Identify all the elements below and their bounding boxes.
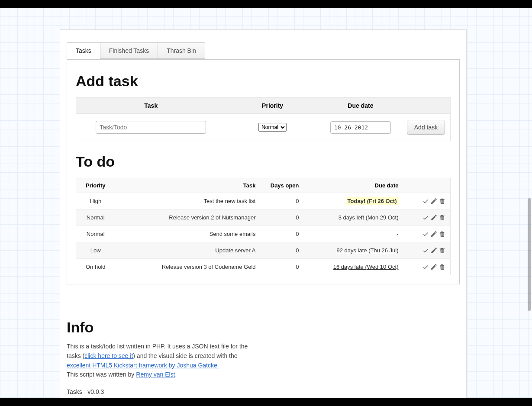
tab-bar: Tasks Finished Tasks Thrash Bin: [67, 42, 466, 59]
due-date-cell: -: [303, 226, 403, 242]
todo-heading: To do: [76, 153, 451, 170]
priority-cell: Low: [76, 242, 115, 259]
actions-cell: [403, 226, 451, 242]
trash-icon[interactable]: [438, 230, 446, 238]
task-cell: Release version 2 of Nutsmanager: [115, 209, 260, 226]
main-sheet: Tasks Finished Tasks Thrash Bin Add task…: [60, 29, 467, 398]
task-cell: Test the new task list: [115, 193, 260, 209]
col-header-days: Days open: [260, 178, 303, 193]
add-task-heading: Add task: [76, 73, 451, 90]
scrollbar-thumb[interactable]: [528, 198, 531, 311]
due-date-text: 92 days late (Thu 26 Jul): [336, 247, 398, 254]
due-date-cell: 92 days late (Thu 26 Jul): [303, 242, 403, 259]
add-task-button[interactable]: Add task: [407, 120, 445, 135]
info-text: This script was written by: [67, 371, 136, 378]
check-icon[interactable]: [422, 263, 429, 271]
check-icon[interactable]: [422, 197, 429, 205]
table-row: NormalRelease version 2 of Nutsmanager03…: [76, 209, 451, 226]
pencil-icon[interactable]: [430, 230, 438, 238]
due-date-cell: 3 days left (Mon 29 Oct): [303, 209, 403, 226]
task-cell: Release version 3 of Codename Geld: [115, 259, 260, 275]
table-row: NormalSend some emails0-: [76, 226, 451, 242]
trash-icon[interactable]: [438, 263, 446, 271]
due-date-cell: 16 days late (Wed 10 Oct): [303, 259, 403, 275]
check-icon[interactable]: [422, 214, 429, 221]
tab-thrash-bin[interactable]: Thrash Bin: [158, 42, 205, 59]
due-date-text: Today! (Fri 26 Oct): [346, 197, 399, 205]
days-open-cell: 0: [260, 242, 303, 259]
col-header-action: [402, 98, 450, 114]
version-text: Tasks - v0.0.3: [67, 387, 257, 397]
col-header-task: Task: [76, 98, 226, 114]
info-heading: Info: [67, 319, 460, 336]
pencil-icon[interactable]: [430, 263, 438, 271]
check-icon[interactable]: [422, 230, 429, 238]
col-header-due: Due date: [303, 178, 403, 193]
task-input[interactable]: [96, 121, 206, 134]
pencil-icon[interactable]: [430, 197, 438, 205]
table-row: On holdRelease version 3 of Codename Gel…: [76, 259, 451, 275]
pencil-icon[interactable]: [430, 214, 438, 221]
check-icon[interactable]: [422, 247, 429, 254]
actions-cell: [403, 242, 451, 259]
author-link[interactable]: Remy van Elst: [136, 371, 175, 378]
letterbox-bottom: [0, 398, 532, 406]
due-date-cell: Today! (Fri 26 Oct): [303, 193, 403, 209]
letterbox-top: [0, 0, 532, 8]
task-cell: Send some emails: [115, 226, 260, 242]
due-date-text: -: [397, 231, 398, 237]
task-cell: Update server A: [115, 242, 260, 259]
page-background: Tasks Finished Tasks Thrash Bin Add task…: [0, 8, 532, 398]
due-date-input[interactable]: [330, 121, 391, 134]
table-row: LowUpdate server A092 days late (Thu 26 …: [76, 242, 451, 259]
due-date-text: 3 days left (Mon 29 Oct): [339, 214, 399, 221]
pencil-icon[interactable]: [430, 247, 438, 254]
kickstart-link[interactable]: excellent HTML5 Kickstart framework by J…: [67, 362, 219, 369]
tasks-panel: Add task Task Priority Due date: [67, 59, 460, 284]
priority-cell: Normal: [76, 209, 115, 226]
info-text: .: [175, 371, 177, 378]
trash-icon[interactable]: [438, 214, 446, 221]
col-header-priority: Priority: [76, 178, 115, 193]
actions-cell: [403, 209, 451, 226]
info-text: ) and the visual side is created with th…: [133, 352, 237, 359]
col-header-task: Task: [115, 178, 260, 193]
add-task-form: Task Priority Due date Normal: [76, 97, 451, 141]
todo-table: Priority Task Days open Due date HighTes…: [76, 178, 451, 275]
tab-tasks[interactable]: Tasks: [67, 42, 100, 59]
col-header-actions: [403, 178, 451, 193]
days-open-cell: 0: [260, 209, 303, 226]
info-paragraph-1: This is a task/todo list written in PHP.…: [67, 342, 257, 370]
days-open-cell: 0: [260, 226, 303, 242]
col-header-due: Due date: [319, 98, 402, 114]
actions-cell: [403, 259, 451, 275]
info-section: Info This is a task/todo list written in…: [67, 319, 460, 396]
days-open-cell: 0: [260, 193, 303, 209]
priority-select[interactable]: Normal: [258, 123, 287, 132]
priority-cell: Normal: [76, 226, 115, 242]
tab-finished-tasks[interactable]: Finished Tasks: [100, 42, 158, 59]
due-date-text: 16 days late (Wed 10 Oct): [333, 264, 399, 270]
table-row: HighTest the new task list0Today! (Fri 2…: [76, 193, 451, 209]
priority-cell: On hold: [76, 259, 115, 275]
days-open-cell: 0: [260, 259, 303, 275]
priority-cell: High: [76, 193, 115, 209]
trash-icon[interactable]: [438, 197, 446, 205]
col-header-priority: Priority: [226, 98, 319, 114]
actions-cell: [403, 193, 451, 209]
trash-icon[interactable]: [438, 247, 446, 254]
info-paragraph-2: This script was written by Remy van Elst…: [67, 370, 257, 380]
json-file-link[interactable]: click here to see it: [84, 352, 133, 359]
